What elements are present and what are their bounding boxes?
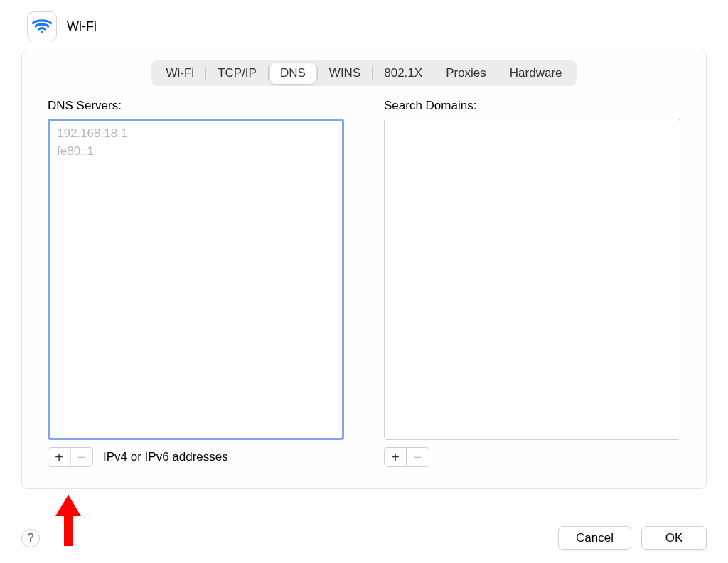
cancel-button[interactable]: Cancel — [558, 526, 631, 550]
tab-divider — [498, 67, 498, 80]
search-domains-column: Search Domains: + − — [384, 99, 680, 467]
add-dns-button[interactable]: + — [48, 447, 70, 467]
dns-entry[interactable]: 192.168.18.1 — [57, 125, 335, 143]
tab-divider — [434, 67, 434, 80]
wifi-icon — [27, 11, 57, 41]
svg-point-0 — [41, 31, 43, 33]
remove-dns-button[interactable]: − — [70, 447, 93, 467]
footer-buttons: Cancel OK — [558, 526, 707, 550]
dns-controls: + − IPv4 or IPv6 addresses — [48, 447, 344, 467]
minus-icon: − — [77, 450, 86, 464]
tab-dns[interactable]: DNS — [270, 63, 316, 84]
tab-proxies[interactable]: Proxies — [436, 63, 496, 84]
dns-hint: IPv4 or IPv6 addresses — [103, 450, 228, 464]
settings-panel: Wi-Fi TCP/IP DNS WINS 802.1X Proxies Har… — [21, 50, 707, 489]
dns-entry[interactable]: fe80::1 — [57, 143, 335, 161]
plus-icon: + — [55, 450, 63, 464]
page-title: Wi-Fi — [67, 19, 97, 34]
dns-plus-minus-group: + − — [48, 447, 93, 467]
add-search-domain-button[interactable]: + — [384, 447, 407, 467]
tab-tcpip[interactable]: TCP/IP — [208, 63, 267, 84]
segmented-control: Wi-Fi TCP/IP DNS WINS 802.1X Proxies Har… — [151, 60, 576, 86]
tab-divider — [317, 67, 318, 80]
ok-button[interactable]: OK — [641, 526, 707, 550]
tab-divider — [372, 67, 373, 80]
search-controls: + − — [384, 447, 680, 467]
dns-column: DNS Servers: 192.168.18.1 fe80::1 + − IP… — [48, 99, 344, 467]
tab-wins[interactable]: WINS — [319, 63, 370, 84]
tab-hardware[interactable]: Hardware — [500, 63, 572, 84]
footer-bar: ? Cancel OK — [21, 526, 707, 550]
search-plus-minus-group: + − — [384, 447, 429, 467]
tab-wifi[interactable]: Wi-Fi — [156, 63, 204, 84]
tab-divider — [205, 67, 206, 80]
dns-servers-label: DNS Servers: — [48, 99, 344, 113]
search-domains-label: Search Domains: — [384, 99, 680, 113]
dns-servers-list[interactable]: 192.168.18.1 fe80::1 — [48, 119, 344, 440]
remove-search-domain-button[interactable]: − — [407, 447, 429, 467]
tab-divider — [268, 67, 269, 80]
tab-bar: Wi-Fi TCP/IP DNS WINS 802.1X Proxies Har… — [22, 50, 706, 99]
help-button[interactable]: ? — [21, 529, 40, 547]
search-domains-list[interactable] — [384, 119, 680, 440]
columns: DNS Servers: 192.168.18.1 fe80::1 + − IP… — [22, 99, 706, 467]
plus-icon: + — [391, 450, 400, 464]
help-icon: ? — [28, 532, 34, 545]
minus-icon: − — [414, 450, 422, 464]
tab-8021x[interactable]: 802.1X — [374, 63, 432, 84]
window-header: Wi-Fi — [0, 0, 728, 50]
